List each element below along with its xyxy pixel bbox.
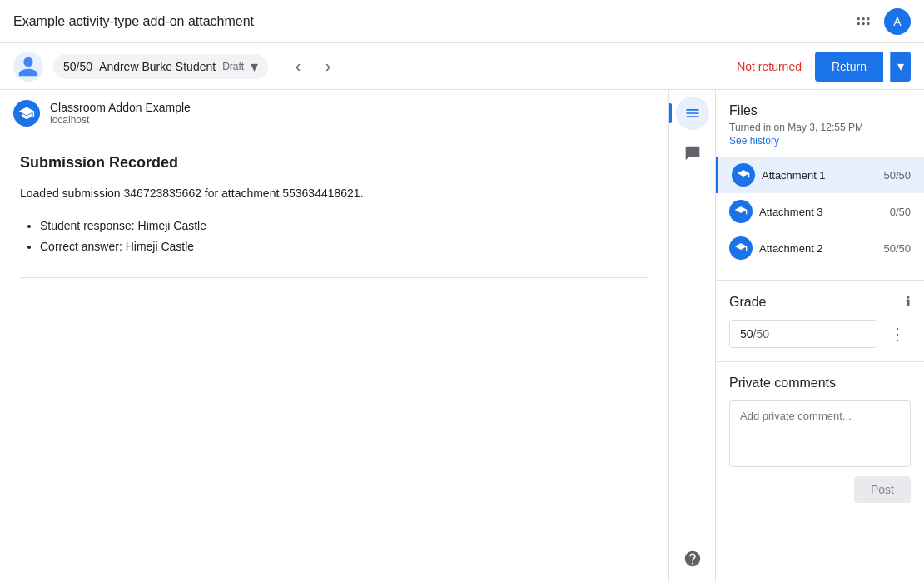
return-button[interactable]: Return bbox=[815, 52, 883, 82]
grade-more-button[interactable]: ⋮ bbox=[884, 321, 911, 347]
grade-input-box[interactable]: 50 /50 bbox=[729, 320, 877, 348]
classroom-info: Classroom Addon Example localhost bbox=[50, 101, 191, 126]
student-name: Andrew Burke Student bbox=[99, 60, 216, 73]
grade-denom: /50 bbox=[753, 327, 769, 341]
right-panel: Files Turned in on May 3, 12:55 PM See h… bbox=[716, 90, 924, 582]
files-section: Files Turned in on May 3, 12:55 PM See h… bbox=[716, 90, 924, 281]
attachment-score-1: 50/50 bbox=[883, 169, 911, 182]
prev-student-button[interactable]: ‹ bbox=[285, 53, 311, 80]
turned-in-text: Turned in on May 3, 12:55 PM bbox=[729, 122, 911, 133]
files-title: Files bbox=[729, 103, 911, 118]
inner-layout: Classroom Addon Example localhost Submis… bbox=[0, 90, 716, 582]
sidebar-icons bbox=[669, 90, 716, 582]
submission-title: Submission Recorded bbox=[20, 154, 648, 172]
grade-section: Grade ℹ 50 /50 ⋮ bbox=[716, 281, 924, 362]
sidebar-comment-icon-button[interactable] bbox=[676, 137, 709, 170]
left-panel: Classroom Addon Example localhost Submis… bbox=[0, 90, 669, 582]
private-comments-section: Private comments Post bbox=[716, 362, 924, 516]
user-avatar[interactable]: A bbox=[884, 8, 911, 35]
student-bar: 50/50 Andrew Burke Student Draft ▾ ‹ › N… bbox=[0, 43, 924, 90]
attachment-item-2[interactable]: Attachment 2 50/50 bbox=[729, 230, 911, 266]
student-dropdown-icon[interactable]: ▾ bbox=[251, 57, 258, 76]
main-layout: Classroom Addon Example localhost Submis… bbox=[0, 90, 924, 582]
attachment-name-1: Attachment 1 bbox=[762, 169, 883, 182]
private-comments-title: Private comments bbox=[729, 376, 911, 390]
page-title: Example activity-type add-on attachment bbox=[13, 14, 254, 29]
attachment-item-3[interactable]: Attachment 3 0/50 bbox=[729, 193, 911, 230]
submission-description: Loaded submission 346723835662 for attac… bbox=[20, 185, 648, 202]
post-button[interactable]: Post bbox=[854, 476, 911, 503]
list-item: Correct answer: Himeji Castle bbox=[40, 236, 648, 257]
not-returned-label: Not returned bbox=[737, 60, 802, 73]
classroom-icon bbox=[13, 100, 40, 127]
attachment-item-1[interactable]: Attachment 1 50/50 bbox=[716, 157, 924, 193]
student-info-section: 50/50 Andrew Burke Student Draft ▾ ‹ › bbox=[13, 52, 341, 82]
apps-icon[interactable] bbox=[851, 8, 877, 35]
student-actions: Not returned Return ▾ bbox=[737, 52, 911, 82]
content-divider bbox=[20, 277, 648, 278]
attachment-icon-1 bbox=[732, 163, 755, 187]
student-name-block[interactable]: 50/50 Andrew Burke Student Draft ▾ bbox=[53, 54, 268, 79]
list-item: Student response: Himeji Castle bbox=[40, 216, 648, 236]
private-comment-input[interactable] bbox=[729, 400, 911, 467]
help-icon-button[interactable] bbox=[676, 542, 709, 575]
post-btn-row: Post bbox=[729, 476, 911, 503]
attachment-score-3: 0/50 bbox=[890, 206, 911, 218]
attachment-name-3: Attachment 3 bbox=[759, 206, 890, 218]
classroom-name: Classroom Addon Example bbox=[50, 101, 191, 114]
attachment-icon-3 bbox=[729, 200, 753, 223]
grade-value: 50 bbox=[740, 327, 753, 341]
grade-header: Grade ℹ bbox=[729, 294, 911, 310]
top-bar-actions: A bbox=[851, 8, 911, 35]
student-score: 50/50 bbox=[63, 60, 92, 73]
attachment-score-2: 50/50 bbox=[883, 242, 911, 255]
student-avatar bbox=[13, 52, 43, 82]
grade-input-row: 50 /50 ⋮ bbox=[729, 320, 911, 348]
classroom-header: Classroom Addon Example localhost bbox=[0, 90, 668, 137]
see-history-link[interactable]: See history bbox=[729, 135, 911, 147]
grade-title: Grade bbox=[729, 295, 766, 310]
next-student-button[interactable]: › bbox=[315, 53, 341, 80]
draft-label: Draft bbox=[222, 61, 244, 72]
attachment-name-2: Attachment 2 bbox=[759, 242, 883, 255]
top-bar: Example activity-type add-on attachment … bbox=[0, 0, 924, 43]
submission-list: Student response: Himeji Castle Correct … bbox=[20, 216, 648, 257]
attachment-icon-2 bbox=[729, 236, 753, 260]
nav-arrows: ‹ › bbox=[285, 53, 341, 80]
content-area: Submission Recorded Loaded submission 34… bbox=[0, 137, 668, 582]
return-dropdown-button[interactable]: ▾ bbox=[890, 52, 911, 82]
grade-info-icon[interactable]: ℹ bbox=[906, 294, 911, 310]
sidebar-list-icon-button[interactable] bbox=[676, 97, 709, 130]
classroom-host: localhost bbox=[50, 114, 191, 126]
